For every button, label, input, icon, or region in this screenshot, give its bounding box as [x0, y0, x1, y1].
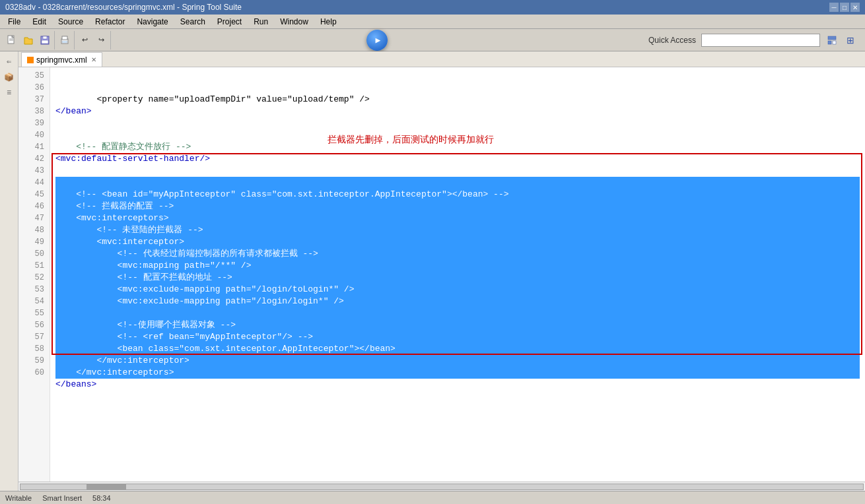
- code-text: <mvc:exclude-mapping path="/login/login*…: [55, 296, 344, 307]
- maximize-button[interactable]: □: [840, 3, 849, 12]
- menu-project[interactable]: Project: [212, 16, 247, 28]
- code-text: <bean class="com.sxt.inteceptor.AppIntec…: [55, 343, 396, 355]
- line-number: 60: [18, 367, 50, 379]
- menu-source[interactable]: Source: [53, 16, 88, 28]
- tab-close-button[interactable]: ✕: [91, 56, 96, 63]
- toolbar-file-group: [3, 31, 55, 49]
- menu-navigate[interactable]: Navigate: [131, 16, 173, 28]
- line-number: 55: [18, 307, 50, 319]
- quick-access-area: Quick Access ⊞: [643, 31, 862, 49]
- code-line: [55, 307, 860, 319]
- tab-file-icon: [27, 57, 34, 63]
- run-debug-button[interactable]: [366, 30, 388, 51]
- new-button[interactable]: [4, 32, 20, 48]
- sidebar-nav-icon[interactable]: ⇐: [2, 54, 17, 69]
- open-perspective-button[interactable]: [825, 34, 839, 47]
- menu-file[interactable]: File: [3, 16, 26, 28]
- line-number: 44: [18, 177, 50, 189]
- code-text: <mvc:exclude-mapping path="/login/toLogi…: [55, 284, 354, 296]
- code-content[interactable]: <property name="uploadTempDir" value="up…: [50, 67, 865, 482]
- redo-button[interactable]: ↪: [93, 32, 109, 48]
- save-button[interactable]: [37, 32, 53, 48]
- horizontal-scrollbar[interactable]: [18, 482, 865, 491]
- menu-bar: File Edit Source Refactor Navigate Searc…: [0, 15, 865, 29]
- line-numbers: 3536373839404142434445464748495051525354…: [18, 67, 50, 482]
- window-title: 0328adv - 0328carrent/resources/springmv…: [5, 3, 242, 12]
- code-line: <!-- <ref bean="myAppInteceptor"/> -->: [55, 331, 860, 343]
- code-text: <!-- 代表经过前端控制器的所有请求都被拦截 -->: [55, 248, 318, 260]
- code-editor[interactable]: 3536373839404142434445464748495051525354…: [18, 67, 865, 482]
- line-number: 47: [18, 212, 50, 224]
- quick-access-search[interactable]: [701, 34, 820, 47]
- line-number: 59: [18, 355, 50, 367]
- code-line: <!-- 拦截器的配置 -->: [55, 201, 860, 212]
- undo-button[interactable]: ↩: [77, 32, 92, 48]
- toolbar-row1: ↩ ↪ Quick Access ⊞: [0, 29, 865, 51]
- line-number: 41: [18, 141, 50, 153]
- code-line: <bean class="com.sxt.inteceptor.AppIntec…: [55, 343, 860, 355]
- sidebar-outline-icon[interactable]: ≡: [2, 86, 17, 100]
- code-text: <mvc:mapping path="/**" />: [55, 260, 251, 272]
- svg-rect-10: [828, 36, 836, 40]
- code-line: <!-- <bean id="myAppInteceptor" class="c…: [55, 189, 860, 201]
- svg-rect-11: [828, 41, 831, 44]
- menu-run[interactable]: Run: [248, 16, 273, 28]
- toolbar-print-group: [55, 31, 75, 49]
- code-line: <mvc:exclude-mapping path="/login/login*…: [55, 296, 860, 307]
- line-number: 46: [18, 201, 50, 212]
- editor-tab-springmvc[interactable]: springmvc.xml ✕: [21, 52, 102, 67]
- menu-refactor[interactable]: Refactor: [90, 16, 130, 28]
- status-bar: Writable Smart Insert 58:34: [0, 491, 865, 504]
- svg-rect-12: [833, 41, 836, 44]
- line-number: 50: [18, 248, 50, 260]
- code-text: <!-- 配置不拦截的地址 -->: [55, 272, 232, 284]
- status-writable: Writable: [5, 494, 32, 502]
- code-line: <!-- 配置不拦截的地址 -->: [55, 272, 860, 284]
- svg-rect-9: [62, 41, 67, 43]
- scrollbar-thumb[interactable]: [86, 484, 126, 489]
- menu-help[interactable]: Help: [315, 16, 342, 28]
- print-button[interactable]: [57, 32, 73, 48]
- scrollbar-track[interactable]: [20, 484, 864, 490]
- show-view-button[interactable]: ⊞: [844, 34, 857, 47]
- editor-container: springmvc.xml ✕ 353637383940414243444546…: [18, 51, 865, 491]
- main-area: ⇐ 📦 ≡ springmvc.xml ✕ 353637383940414243…: [0, 51, 865, 491]
- menu-window[interactable]: Window: [275, 16, 314, 28]
- code-text: </mvc:interceptors>: [55, 367, 174, 379]
- code-text: <mvc:interceptors>: [55, 212, 169, 224]
- line-number: 51: [18, 260, 50, 272]
- menu-edit[interactable]: Edit: [27, 16, 52, 28]
- code-line: </bean>: [55, 106, 860, 117]
- status-smart-insert: Smart Insert: [42, 494, 82, 502]
- code-text: <!--使用哪个拦截器对象 -->: [55, 319, 236, 331]
- close-button[interactable]: ✕: [850, 3, 860, 12]
- tab-bar: springmvc.xml ✕: [18, 51, 865, 67]
- line-number: 45: [18, 189, 50, 201]
- line-number: 37: [18, 94, 50, 106]
- menu-search[interactable]: Search: [175, 16, 211, 28]
- code-line: </mvc:interceptor>: [55, 355, 860, 367]
- line-number: 39: [18, 117, 50, 129]
- svg-rect-6: [42, 40, 48, 44]
- code-line: [55, 165, 860, 177]
- sidebar-package-icon[interactable]: 📦: [2, 70, 17, 84]
- line-number: 38: [18, 106, 50, 117]
- code-line: <!--使用哪个拦截器对象 -->: [55, 319, 860, 331]
- line-number: 53: [18, 284, 50, 296]
- line-number: 52: [18, 272, 50, 284]
- code-line: <!-- 代表经过前端控制器的所有请求都被拦截 -->: [55, 248, 860, 260]
- minimize-button[interactable]: ─: [829, 3, 839, 12]
- code-text: </mvc:interceptor>: [55, 355, 190, 367]
- code-line: [55, 391, 860, 402]
- code-line: <!-- 未登陆的拦截器 -->: [55, 224, 860, 236]
- code-line: <mvc:default-servlet-handler />: [55, 153, 860, 165]
- code-line: <mvc:interceptor>: [55, 236, 860, 248]
- code-text: <!-- 拦截器的配置 -->: [55, 201, 174, 212]
- svg-rect-8: [62, 36, 67, 40]
- open-button[interactable]: [20, 32, 36, 48]
- line-number: 54: [18, 296, 50, 307]
- title-bar-left: 0328adv - 0328carrent/resources/springmv…: [5, 3, 242, 12]
- line-number: 36: [18, 82, 50, 94]
- code-line: [55, 117, 860, 129]
- toolbar-undo-group: ↩ ↪: [75, 31, 111, 49]
